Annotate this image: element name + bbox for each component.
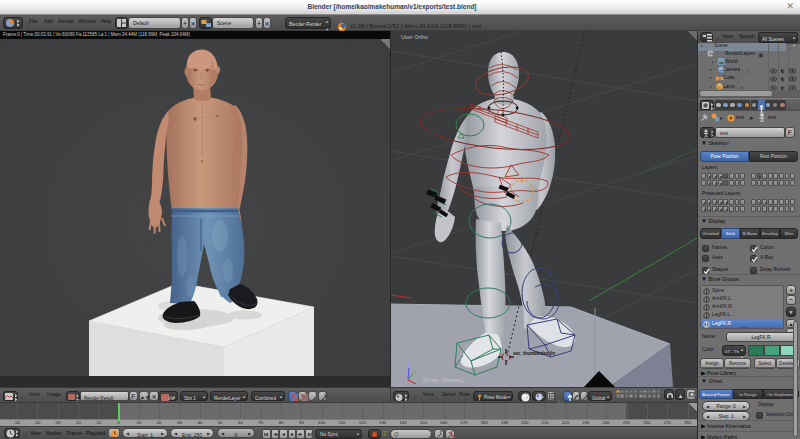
svg-text:y: y bbox=[414, 368, 416, 373]
